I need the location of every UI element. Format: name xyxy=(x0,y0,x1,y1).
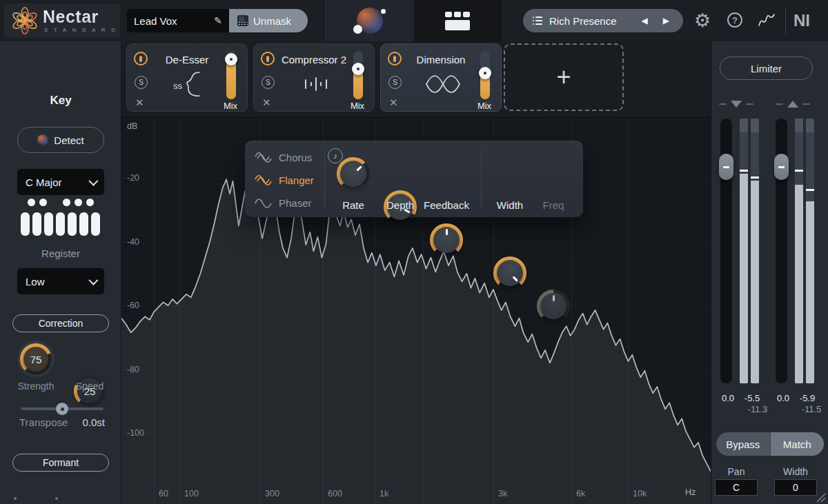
bypass-label: Bypass xyxy=(726,439,760,450)
mix-slider[interactable] xyxy=(479,51,491,99)
level-meter-bar xyxy=(806,119,814,383)
bypass-match-group: Bypass Match xyxy=(716,432,824,456)
preset-name-field[interactable]: Lead Vox ✎ xyxy=(127,9,229,32)
speed-knob[interactable]: 25 xyxy=(74,375,106,407)
formant-section-button[interactable]: Formant xyxy=(12,454,109,472)
depth-knob[interactable] xyxy=(384,190,417,223)
freq-knob[interactable] xyxy=(537,290,570,323)
match-label: Match xyxy=(783,439,811,450)
mode-flanger[interactable]: Flanger xyxy=(255,170,325,190)
chevron-down-icon xyxy=(88,276,98,285)
piano-white-key xyxy=(68,212,77,236)
close-icon[interactable]: ✕ xyxy=(262,97,271,109)
shift-max-dot xyxy=(55,497,58,500)
level-meter-bar xyxy=(751,119,759,383)
gain-down-control[interactable] xyxy=(719,100,753,108)
width-value: 0 xyxy=(793,482,798,493)
close-icon[interactable]: ✕ xyxy=(389,97,398,109)
correction-section-button[interactable]: Correction xyxy=(12,314,109,332)
match-button[interactable]: Match xyxy=(771,432,825,456)
piano-white-key xyxy=(32,212,41,236)
fader-handle-mark xyxy=(778,166,785,168)
mode-label: Phaser xyxy=(279,197,312,209)
nectar-plugin-window: Nectar S T A N D A R D Lead Vox ✎ Unmask xyxy=(0,0,828,504)
settings-gear-icon[interactable]: ⚙ xyxy=(694,10,711,31)
piano-white-key xyxy=(91,212,100,236)
pencil-icon[interactable]: ✎ xyxy=(214,15,222,26)
ni-logo: NI xyxy=(793,11,810,30)
mode-phaser[interactable]: Phaser xyxy=(255,192,325,213)
signature-icon[interactable] xyxy=(756,10,777,31)
key-dropdown[interactable]: C Major xyxy=(17,169,104,195)
preset-list-icon xyxy=(533,17,542,25)
mix-knob-dot xyxy=(484,72,486,74)
nectar-spiral-icon xyxy=(11,7,39,34)
deesser-icon: ss xyxy=(161,68,217,101)
solo-icon[interactable]: S xyxy=(262,76,275,89)
gain-up-control[interactable] xyxy=(776,100,810,108)
mix-slider[interactable] xyxy=(225,51,237,99)
register-dropdown[interactable]: Low xyxy=(17,268,104,294)
db-tick-label: -100 xyxy=(127,428,144,438)
tempo-sync-note-icon[interactable]: ♪ xyxy=(328,148,343,163)
detect-label: Detect xyxy=(54,134,83,146)
svg-text:ss: ss xyxy=(173,81,183,91)
transpose-slider-handle[interactable] xyxy=(56,403,68,415)
close-icon[interactable]: ✕ xyxy=(135,97,144,109)
gain-readout: 0.0 xyxy=(714,393,742,403)
left-arrow-icon[interactable]: ◀ xyxy=(638,14,652,27)
width-value-box[interactable]: 0 xyxy=(774,479,817,496)
mode-label: Chorus xyxy=(279,152,312,163)
mix-slider[interactable] xyxy=(352,51,364,99)
meter-cap xyxy=(740,119,748,132)
freq-tick-label: 100 xyxy=(184,489,199,498)
piano-black-key-dot xyxy=(75,199,82,206)
app-edition: S T A N D A R D xyxy=(44,27,117,33)
gain-fader-handle[interactable] xyxy=(774,154,789,180)
right-arrow-icon[interactable]: ▶ xyxy=(659,14,673,27)
meter-group-output xyxy=(776,119,816,383)
module-card-dimension[interactable]: Dimension S ✕ Mix xyxy=(380,43,502,112)
topbar-divider xyxy=(501,0,502,41)
bypass-button[interactable]: Bypass xyxy=(716,432,771,456)
preset-selector[interactable]: Rich Presence ◀ ▶ xyxy=(523,9,683,32)
key-panel-title: Key xyxy=(0,94,121,108)
feedback-knob[interactable] xyxy=(430,223,463,256)
mix-knob-dot xyxy=(230,58,233,61)
module-card-deesser[interactable]: De-Esser S ✕ ss Mix xyxy=(126,43,248,112)
db-tick-label: -80 xyxy=(127,365,139,374)
width-knob[interactable] xyxy=(493,256,526,290)
detect-sphere-icon xyxy=(37,134,48,145)
pan-value-box[interactable]: C xyxy=(715,479,758,496)
resize-grip[interactable] xyxy=(816,492,827,503)
tab-assistant[interactable] xyxy=(324,0,414,41)
add-module-button[interactable]: + xyxy=(504,43,624,111)
piano-keys[interactable] xyxy=(21,199,101,236)
freq-gridline xyxy=(154,118,155,504)
rate-knob[interactable] xyxy=(337,157,370,190)
chevron-down-icon xyxy=(88,177,98,186)
freq-tick-label: 1k xyxy=(379,489,388,498)
freq-unit-label: Hz xyxy=(682,487,699,498)
module-card-compressor[interactable]: Compressor 2 S ✕ Mix xyxy=(253,43,375,112)
solo-icon[interactable]: S xyxy=(135,76,148,89)
unmask-button[interactable]: Unmask xyxy=(229,9,308,32)
limiter-button[interactable]: Limiter xyxy=(720,57,813,80)
topbar-divider xyxy=(785,7,786,34)
detect-button[interactable]: Detect xyxy=(17,127,104,153)
correction-label: Correction xyxy=(39,318,83,329)
piano-black-key-dot xyxy=(86,199,94,206)
meter-cap xyxy=(806,119,814,132)
solo-icon[interactable]: S xyxy=(388,76,402,89)
meter-fill xyxy=(740,174,748,383)
module-grid-icon xyxy=(445,12,470,30)
freq-tick-label: 300 xyxy=(265,489,279,498)
tab-modules[interactable] xyxy=(414,0,501,41)
gain-fader-handle[interactable] xyxy=(719,154,733,180)
pan-value: C xyxy=(733,482,740,493)
help-icon[interactable]: ? xyxy=(727,12,742,28)
strength-knob[interactable]: 75 xyxy=(20,343,52,375)
mode-chorus[interactable]: Chorus xyxy=(255,147,325,168)
piano-black-key-dot xyxy=(39,199,47,206)
piano-black-key-dot xyxy=(63,199,70,206)
